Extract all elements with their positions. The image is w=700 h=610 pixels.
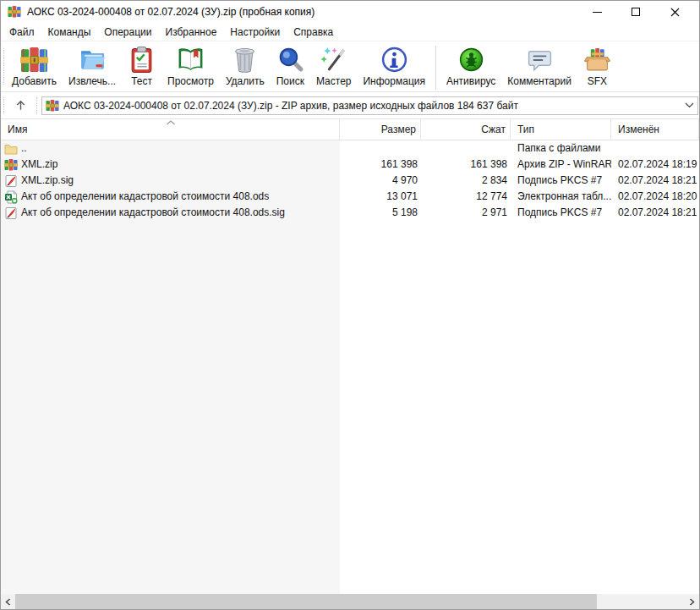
archive-path-combobox[interactable]: АОКС 03-2024-000408 от 02.07.2024 (ЗУ).z…	[41, 96, 698, 115]
window-title: АОКС 03-2024-000408 от 02.07.2024 (ЗУ).z…	[27, 6, 314, 18]
winrar-app-icon	[8, 5, 21, 19]
toolbar-button-label: Просмотр	[167, 75, 214, 87]
file-type: Архив ZIP - WinRAR	[511, 157, 611, 173]
file-name: ..	[21, 140, 27, 157]
file-size: 13 071	[340, 189, 421, 205]
maximize-button[interactable]	[616, 1, 655, 23]
extract-folder-icon	[79, 46, 107, 74]
folder-icon	[4, 142, 18, 156]
file-size: 4 970	[340, 173, 421, 189]
scrollbar-thumb[interactable]	[15, 594, 597, 609]
info-icon	[380, 46, 408, 74]
scroll-right-button[interactable]	[685, 594, 699, 609]
list-item-xml-zip[interactable]: XML.zip 161 398 161 398 Архив ZIP - WinR…	[1, 157, 699, 173]
menu-favorites[interactable]: Избранное	[159, 24, 224, 41]
file-size: 5 198	[340, 205, 421, 221]
column-header-modified[interactable]: Изменён	[611, 119, 699, 140]
sort-ascending-icon	[166, 120, 176, 125]
file-name: XML.zip	[21, 157, 57, 173]
file-modified: 02.07.2024 18:20	[611, 189, 699, 205]
toolbar-button-label: Удалить	[226, 75, 265, 87]
chevron-left-icon	[5, 598, 11, 606]
comment-icon	[526, 46, 554, 74]
comment-button[interactable]: Комментарий	[501, 44, 577, 89]
view-book-icon	[177, 46, 205, 74]
spreadsheet-icon	[4, 190, 18, 204]
column-header-type[interactable]: Тип	[511, 119, 611, 140]
file-type: Подпись PKCS #7	[511, 173, 611, 189]
chevron-right-icon	[689, 598, 695, 606]
test-button[interactable]: Тест	[122, 44, 161, 89]
list-item-xml-zip-sig[interactable]: XML.zip.sig 4 970 2 834 Подпись PKCS #7 …	[1, 173, 699, 189]
sfx-button[interactable]: SFX	[577, 44, 617, 89]
column-header-size[interactable]: Размер	[340, 119, 421, 140]
file-packed-size: 12 774	[421, 189, 511, 205]
menu-file[interactable]: Файл	[3, 24, 41, 41]
horizontal-scrollbar	[1, 594, 699, 609]
winrar-window: АОКС 03-2024-000408 от 02.07.2024 (ЗУ).z…	[0, 0, 700, 610]
close-icon	[670, 8, 680, 17]
toolbar: Добавить Извлечь... Тест	[1, 41, 699, 92]
antivirus-icon	[457, 46, 485, 74]
test-clipboard-icon	[128, 46, 156, 74]
file-list: .. Папка с файлами XML.zip 161 398 161 3…	[1, 140, 699, 594]
add-archive-icon	[20, 46, 48, 74]
winrar-archive-icon	[46, 99, 59, 113]
file-modified: 02.07.2024 18:21	[611, 205, 699, 221]
toolbar-separator	[435, 46, 436, 90]
menu-help[interactable]: Справка	[287, 24, 340, 41]
info-button[interactable]: Информация	[357, 44, 430, 89]
file-name: XML.zip.sig	[21, 173, 74, 189]
minimize-icon	[593, 12, 602, 13]
chevron-down-icon[interactable]	[685, 102, 694, 108]
title-bar: АОКС 03-2024-000408 от 02.07.2024 (ЗУ).z…	[1, 1, 699, 23]
maximize-icon	[632, 8, 640, 16]
gripper	[36, 97, 37, 114]
wizard-wand-icon	[320, 46, 347, 74]
wizard-button[interactable]: Мастер	[310, 44, 358, 89]
toolbar-button-label: Антивирус	[446, 75, 495, 87]
toolbar-button-label: Поиск	[276, 75, 304, 87]
toolbar-button-label: Извлечь...	[68, 75, 116, 87]
column-header-packed[interactable]: Сжат	[421, 119, 511, 140]
file-modified: 02.07.2024 18:21	[611, 173, 699, 189]
list-header: Имя Размер Сжат Тип Изменён	[1, 119, 699, 140]
list-item-akt-ods-sig[interactable]: Акт об определении кадастровой стоимости…	[1, 205, 699, 221]
menu-commands[interactable]: Команды	[41, 24, 98, 41]
add-button[interactable]: Добавить	[6, 44, 63, 89]
menu-options[interactable]: Настройки	[223, 24, 287, 41]
file-name: Акт об определении кадастровой стоимости…	[21, 205, 285, 221]
extract-button[interactable]: Извлечь...	[63, 44, 122, 89]
file-packed-size: 2 971	[421, 205, 511, 221]
address-bar: АОКС 03-2024-000408 от 02.07.2024 (ЗУ).z…	[1, 92, 699, 119]
view-button[interactable]: Просмотр	[161, 44, 220, 89]
arrow-up-icon	[14, 99, 27, 112]
file-type: Электронная табл...	[511, 189, 611, 205]
find-button[interactable]: Поиск	[271, 44, 310, 89]
file-packed-size: 2 834	[421, 173, 511, 189]
scroll-left-button[interactable]	[1, 594, 15, 609]
window-controls	[577, 1, 694, 23]
search-icon	[276, 46, 304, 74]
toolbar-button-label: Тест	[131, 75, 152, 87]
toolbar-button-label: SFX	[588, 75, 607, 87]
signature-icon	[4, 174, 18, 188]
up-one-level-button[interactable]	[8, 96, 33, 116]
file-name: Акт об определении кадастровой стоимости…	[21, 189, 269, 205]
scrollbar-track[interactable]	[15, 594, 685, 609]
menu-tools[interactable]: Операции	[97, 24, 158, 41]
file-type: Подпись PKCS #7	[511, 205, 611, 221]
file-size: 161 398	[340, 157, 421, 173]
toolbar-button-label: Информация	[363, 75, 424, 87]
list-item-parent-dir[interactable]: .. Папка с файлами	[1, 140, 699, 157]
toolbar-button-label: Комментарий	[507, 75, 571, 87]
archive-path-text: АОКС 03-2024-000408 от 02.07.2024 (ЗУ).z…	[63, 100, 681, 112]
signature-icon	[4, 206, 18, 220]
list-item-akt-ods[interactable]: Акт об определении кадастровой стоимости…	[1, 189, 699, 205]
minimize-button[interactable]	[577, 1, 616, 23]
close-button[interactable]	[655, 1, 694, 23]
antivirus-button[interactable]: Антивирус	[440, 44, 501, 89]
toolbar-button-label: Добавить	[12, 75, 57, 87]
menu-bar: Файл Команды Операции Избранное Настройк…	[1, 23, 699, 41]
delete-button[interactable]: Удалить	[220, 44, 271, 89]
